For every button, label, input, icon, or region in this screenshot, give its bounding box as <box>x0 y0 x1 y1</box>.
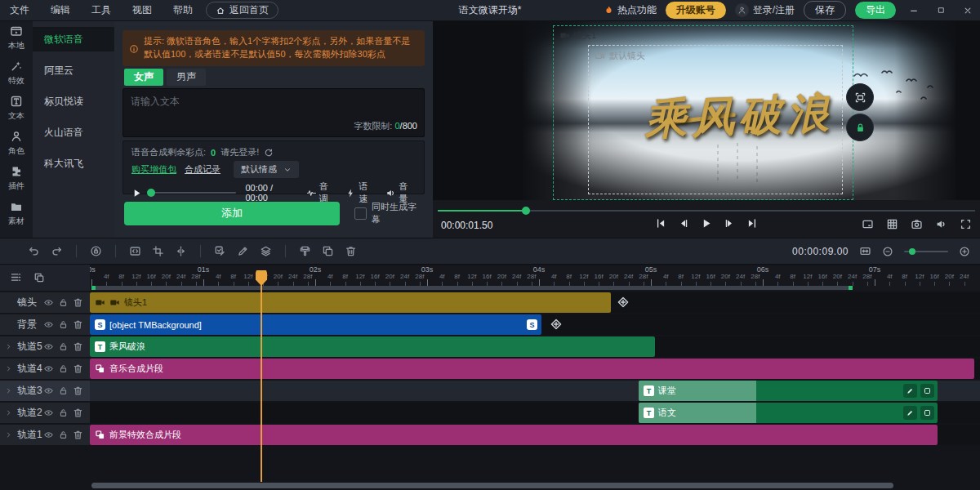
track-visibility-icon[interactable] <box>43 385 54 396</box>
preview-play-button[interactable] <box>131 188 142 198</box>
checkbox-box[interactable] <box>354 207 367 220</box>
trash-icon[interactable] <box>345 245 357 257</box>
track-lock-icon[interactable] <box>58 430 69 440</box>
track-delete-icon[interactable] <box>73 408 83 418</box>
keyframe-icon[interactable] <box>617 296 630 311</box>
voice-provider-4[interactable]: 科大讯飞 <box>33 151 114 176</box>
timeline-zoom-handle[interactable] <box>909 248 915 255</box>
voice-provider-1[interactable]: 阿里云 <box>33 58 114 82</box>
hot-features-button[interactable]: 热点功能 <box>604 3 657 17</box>
crop-icon[interactable] <box>152 245 164 257</box>
track-header-轨道5[interactable]: 轨道5 <box>0 336 90 357</box>
zoom-out-icon[interactable] <box>882 246 893 257</box>
track-lock-icon[interactable] <box>58 385 69 396</box>
chevron-right-icon[interactable] <box>5 409 12 416</box>
track-visibility-icon[interactable] <box>43 297 54 308</box>
track-row-轨道4[interactable]: 音乐合成片段 <box>90 359 980 379</box>
synthesis-records-link[interactable]: 合成记录 <box>185 163 220 176</box>
lockCircle-icon[interactable] <box>90 245 102 257</box>
clip-前景特效合成片段[interactable]: 前景特效合成片段 <box>90 425 938 445</box>
voice-provider-0[interactable]: 微软语音 <box>33 27 114 51</box>
gender-tab-0[interactable]: 女声 <box>124 69 163 86</box>
volume-icon[interactable] <box>935 218 947 230</box>
frame-select-button[interactable] <box>846 83 874 111</box>
upgrade-account-button[interactable]: 升级账号 <box>666 2 726 19</box>
chevron-right-icon[interactable] <box>5 431 12 439</box>
rail-item-角色[interactable]: 角色 <box>0 126 33 161</box>
snapshot-icon[interactable] <box>911 218 923 230</box>
brackets-icon[interactable] <box>129 245 141 257</box>
export-button[interactable]: 导出 <box>855 2 896 19</box>
default-camera-frame[interactable]: 默认镜头 <box>588 45 843 194</box>
voice-provider-2[interactable]: 标贝悦读 <box>33 89 114 114</box>
track-row-轨道2[interactable]: T语文 <box>90 403 980 423</box>
preview-progress-handle[interactable] <box>147 189 155 197</box>
track-row-轨道5[interactable]: T乘风破浪 <box>90 336 980 357</box>
rail-item-插件[interactable]: 插件 <box>0 161 33 196</box>
back-home-button[interactable]: 返回首页 <box>206 2 278 19</box>
preview-progress-slider[interactable] <box>148 192 236 194</box>
track-lock-icon[interactable] <box>58 297 69 308</box>
zoom-in-icon[interactable] <box>959 246 970 257</box>
track-visibility-icon[interactable] <box>43 430 54 440</box>
flip-icon[interactable] <box>175 245 187 257</box>
track-delete-icon[interactable] <box>73 363 83 374</box>
save-button[interactable]: 保存 <box>804 1 846 20</box>
login-button[interactable]: 登录/注册 <box>735 3 795 17</box>
track-row-轨道1[interactable]: 前景特效合成片段 <box>90 425 980 445</box>
selectEdit-icon[interactable] <box>214 245 226 257</box>
track-header-轨道4[interactable]: 轨道4 <box>0 359 90 379</box>
undo-icon[interactable] <box>28 245 40 257</box>
clip-penSm-button[interactable] <box>903 406 917 420</box>
track-header-镜头[interactable]: 镜头 <box>0 292 90 313</box>
rail-item-文本[interactable]: 文本 <box>0 91 33 126</box>
track-lock-icon[interactable] <box>58 408 69 418</box>
menu-2[interactable]: 工具 <box>91 3 111 17</box>
clip-rectSm-button[interactable] <box>920 406 934 420</box>
track-delete-icon[interactable] <box>73 319 83 330</box>
horizontal-scrollbar[interactable] <box>91 483 893 488</box>
track-header-背景[interactable]: 背景 <box>0 314 90 335</box>
timeline-ruler[interactable]: 0s4f8f12f16f20f24f28f01s4f8f12f16f20f24f… <box>90 265 980 291</box>
gender-tab-1[interactable]: 男声 <box>167 69 206 86</box>
clip-音乐合成片段[interactable]: 音乐合成片段 <box>90 359 974 379</box>
brush-icon[interactable] <box>299 245 311 257</box>
track-delete-icon[interactable] <box>73 430 83 440</box>
track-visibility-icon[interactable] <box>43 363 54 374</box>
skipStart-icon[interactable] <box>655 217 667 229</box>
pen-icon[interactable] <box>237 245 249 257</box>
track-lock-icon[interactable] <box>58 341 69 352</box>
track-delete-icon[interactable] <box>73 297 83 308</box>
duplicate-icon[interactable] <box>33 272 45 283</box>
track-header-轨道3[interactable]: 轨道3 <box>0 381 90 401</box>
rail-item-素材[interactable]: 素材 <box>0 196 33 231</box>
rail-item-特效[interactable]: 特效 <box>0 56 33 91</box>
skipEnd-icon[interactable] <box>746 217 759 229</box>
play-icon[interactable] <box>701 217 713 229</box>
clip-head[interactable]: T语文 <box>639 403 756 423</box>
clip-[object TMBackground][interactable]: S[object TMBackground]S <box>90 314 541 335</box>
rail-item-本地[interactable]: 本地 <box>0 20 33 56</box>
track-visibility-icon[interactable] <box>43 341 54 352</box>
minimize-button[interactable] <box>905 3 923 18</box>
track-delete-icon[interactable] <box>73 385 83 396</box>
track-lock-icon[interactable] <box>58 319 69 330</box>
grid-icon[interactable] <box>886 218 898 230</box>
redo-icon[interactable] <box>51 245 63 257</box>
clip-head[interactable]: T课堂 <box>639 381 756 401</box>
maximize-button[interactable] <box>932 3 950 18</box>
clip-课堂[interactable]: T课堂 <box>639 381 938 401</box>
voice-provider-3[interactable]: 火山语音 <box>33 120 114 145</box>
menu-0[interactable]: 文件 <box>10 3 29 17</box>
menu-4[interactable]: 帮助 <box>173 3 193 17</box>
fullscreen-icon[interactable] <box>960 218 972 230</box>
track-visibility-icon[interactable] <box>43 319 54 330</box>
timeline-zoom-slider[interactable] <box>904 251 948 252</box>
work-start-marker[interactable] <box>91 286 96 290</box>
layers-icon[interactable] <box>260 245 272 257</box>
track-row-镜头[interactable]: 镜头1 <box>90 292 980 313</box>
keyframe-icon[interactable] <box>550 318 563 333</box>
clip-镜头1[interactable]: 镜头1 <box>90 292 611 313</box>
add-button[interactable]: 添加 <box>124 202 340 225</box>
buy-credits-link[interactable]: 购买增值包 <box>131 163 176 176</box>
